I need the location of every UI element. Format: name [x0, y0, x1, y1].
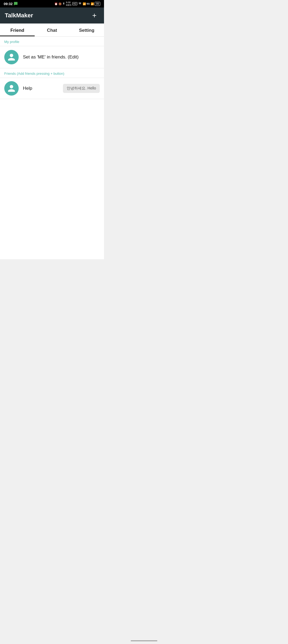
friend-avatar-help	[4, 81, 19, 96]
speed-indicator: 9.00KB/S	[66, 1, 71, 6]
alarm-icon: ⏰	[54, 2, 58, 5]
tab-bar: Friend Chat Setting	[0, 23, 104, 37]
person-icon	[7, 84, 16, 93]
chat-notification-icon	[14, 2, 18, 6]
status-bar: 09:32 ⏰ 🔕 9.00KB/S HD 📶 5G 📶 99	[0, 0, 104, 7]
tab-friend[interactable]: Friend	[0, 23, 35, 36]
signal-bars-icon: 📶	[91, 2, 94, 5]
signal-4g-icon: 📶	[83, 2, 86, 5]
my-profile-row[interactable]: Set as 'ME' in friends. (Edit)	[0, 46, 104, 68]
tab-setting[interactable]: Setting	[69, 23, 104, 36]
app-title: TalkMaker	[5, 12, 33, 19]
signal-5g-icon: 5G	[87, 2, 90, 5]
my-profile-text: Set as 'ME' in friends. (Edit)	[23, 54, 79, 60]
tab-chat[interactable]: Chat	[35, 23, 69, 36]
friend-row-help[interactable]: Help 안녕하세요. Hello	[0, 78, 104, 99]
status-bar-right: ⏰ 🔕 9.00KB/S HD 📶 5G 📶 99	[54, 1, 100, 6]
wifi-icon	[78, 2, 82, 6]
add-button[interactable]: +	[90, 11, 99, 20]
content-area: My profile Set as 'ME' in friends. (Edit…	[0, 37, 104, 259]
friend-message-preview-help: 안녕하세요. Hello	[63, 84, 100, 93]
status-time: 09:32	[4, 2, 13, 6]
friend-name-help: Help	[23, 86, 32, 91]
my-profile-section-label: My profile	[0, 37, 104, 46]
my-profile-avatar	[4, 50, 19, 64]
battery-icon: 99	[95, 2, 100, 6]
bluetooth-icon	[62, 2, 65, 6]
app-header: TalkMaker +	[0, 7, 104, 23]
friends-section-label: Friends (Add friends pressing + button)	[0, 68, 104, 78]
empty-content-area	[0, 99, 104, 259]
mute-icon: 🔕	[58, 2, 62, 5]
hd-icon: HD	[72, 2, 77, 5]
person-icon	[7, 53, 16, 61]
